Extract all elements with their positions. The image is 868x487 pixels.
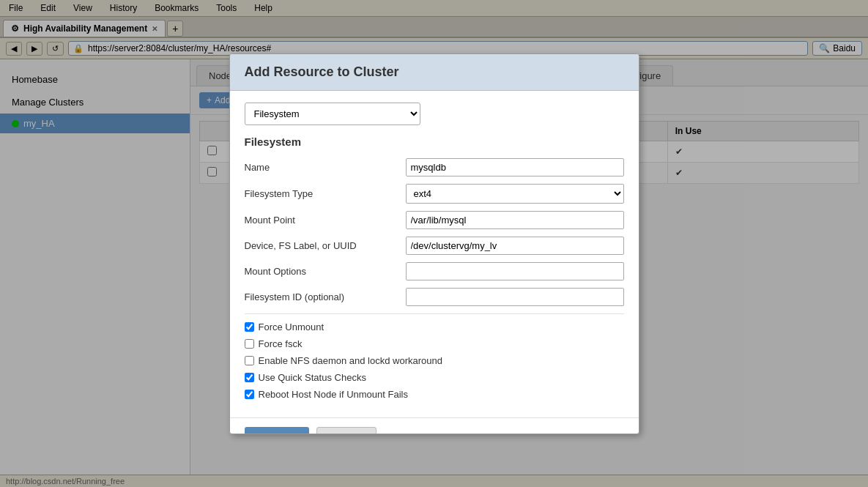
form-row-fs-id: Filesystem ID (optional) <box>245 288 624 306</box>
reboot-host-checkbox[interactable] <box>245 390 254 399</box>
modal-overlay: Add Resource to Cluster Filesystem IP Ad… <box>0 0 868 487</box>
force-fsck-checkbox[interactable] <box>245 339 254 349</box>
form-row-device: Device, FS Label, or UUID <box>245 237 624 255</box>
modal-title: Add Resource to Cluster <box>245 64 624 80</box>
label-name: Name <box>245 162 406 173</box>
add-resource-modal: Add Resource to Cluster Filesystem IP Ad… <box>229 53 639 434</box>
label-quick-status: Use Quick Status Checks <box>259 372 624 383</box>
label-mount-options: Mount Options <box>245 266 406 277</box>
checkbox-row-nfs-daemon: Enable NFS daemon and lockd workaround <box>245 355 624 366</box>
modal-body: Filesystem IP Address NFS Mount Script S… <box>230 91 639 417</box>
submit-button[interactable]: Submit <box>245 427 309 434</box>
form-row-mount-point: Mount Point <box>245 211 624 229</box>
name-field[interactable] <box>406 158 624 176</box>
resource-type-select[interactable]: Filesystem IP Address NFS Mount Script S… <box>245 103 420 125</box>
nfs-daemon-checkbox[interactable] <box>245 356 254 365</box>
label-force-unmount: Force Unmount <box>259 321 624 332</box>
checkbox-row-force-fsck: Force fsck <box>245 338 624 349</box>
modal-footer: Submit Cancel <box>230 417 639 434</box>
cancel-button[interactable]: Cancel <box>316 427 376 434</box>
checkbox-row-quick-status: Use Quick Status Checks <box>245 372 624 383</box>
label-mount-point: Mount Point <box>245 215 406 226</box>
modal-section-title: Filesystem <box>245 135 624 148</box>
quick-status-checkbox[interactable] <box>245 373 254 382</box>
form-row-name: Name <box>245 158 624 176</box>
mount-point-field[interactable] <box>406 211 624 229</box>
checkbox-row-force-unmount: Force Unmount <box>245 321 624 332</box>
label-device: Device, FS Label, or UUID <box>245 240 406 251</box>
label-nfs-daemon: Enable NFS daemon and lockd workaround <box>259 355 624 366</box>
label-fs-id: Filesystem ID (optional) <box>245 291 406 302</box>
fs-type-select[interactable]: ext4 xfs nfs ext3 <box>406 184 624 204</box>
label-reboot-host: Reboot Host Node if Unmount Fails <box>259 389 624 400</box>
force-unmount-checkbox[interactable] <box>245 322 254 332</box>
mount-options-field[interactable] <box>406 262 624 280</box>
device-field[interactable] <box>406 237 624 255</box>
fs-id-field[interactable] <box>406 288 624 306</box>
form-row-mount-options: Mount Options <box>245 262 624 280</box>
form-row-fs-type: Filesystem Type ext4 xfs nfs ext3 <box>245 184 624 204</box>
checkbox-row-reboot-host: Reboot Host Node if Unmount Fails <box>245 389 624 400</box>
modal-header: Add Resource to Cluster <box>230 54 639 91</box>
divider <box>245 313 624 314</box>
label-fs-type: Filesystem Type <box>245 188 406 199</box>
label-force-fsck: Force fsck <box>259 338 624 349</box>
